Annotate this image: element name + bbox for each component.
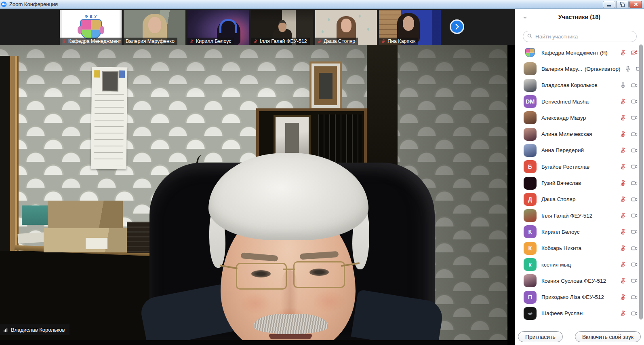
- participants-title: Участники (18): [558, 14, 600, 31]
- mic-on-icon: [619, 82, 627, 89]
- participant-row[interactable]: Ілля Галай ФЕУ-512: [515, 207, 644, 224]
- unmute-button[interactable]: Включить свой звук: [575, 331, 641, 342]
- participant-name: Кирилл Белоус: [541, 229, 580, 235]
- next-videos-button[interactable]: [451, 21, 463, 33]
- muted-mic-icon: [619, 294, 627, 301]
- search-icon: [526, 33, 533, 40]
- participant-row[interactable]: ППриходько Ліза ФЕУ-512: [515, 289, 644, 305]
- participant-name: Ксения Суслова ФЕУ-512: [541, 278, 606, 284]
- restore-button[interactable]: [616, 1, 629, 8]
- participant-row[interactable]: Анна Передерий: [515, 142, 644, 159]
- participant-row[interactable]: Алина Мильчевская: [515, 126, 644, 142]
- thumbnail-name-label: Кирилл Белоус: [187, 38, 234, 45]
- calendar-text-lines: [94, 94, 124, 165]
- meeting-area: ФЕУ Кафедра МенеджментВалерия Маруфенко …: [0, 9, 515, 345]
- invite-button[interactable]: Пригласить: [518, 331, 563, 342]
- video-thumbnail[interactable]: Валерия Маруфенко: [124, 10, 185, 45]
- collapse-panel-button[interactable]: [522, 15, 528, 21]
- calendar-photo: [102, 71, 119, 91]
- participant-avatar: Б: [524, 160, 537, 173]
- muted-mic-icon: [619, 196, 627, 203]
- video-thumbnail[interactable]: Даша Столяр: [315, 10, 377, 45]
- participant-avatar: К: [524, 242, 537, 255]
- muted-mic-icon: [619, 212, 627, 219]
- glasses-lens: [236, 263, 287, 290]
- search-input[interactable]: [523, 31, 637, 42]
- participant-avatar: [524, 144, 537, 157]
- camera-on-icon: [630, 294, 638, 301]
- camera-on-icon: [630, 196, 638, 203]
- close-button[interactable]: [629, 1, 642, 8]
- thumbnail-name-label: Яна Карпюк: [379, 38, 418, 45]
- calendar-decoration: [119, 70, 125, 78]
- muted-mic-icon: [317, 39, 322, 44]
- participant-name: Алина Мильчевская: [541, 131, 592, 137]
- participant-name: Ілля Галай ФЕУ-512: [541, 213, 592, 219]
- speaker-cheek: [239, 292, 271, 315]
- video-filmstrip: ФЕУ Кафедра МенеджментВалерия Маруфенко …: [0, 9, 515, 45]
- camera-on-icon: [630, 131, 638, 138]
- camera-on-icon: [630, 310, 638, 317]
- participant-name: Бугайов Ростислав: [541, 164, 589, 170]
- mic-on-icon: [624, 65, 631, 72]
- camera-on-icon: [630, 277, 638, 284]
- title-bar: Zoom Конференция: [0, 0, 644, 9]
- participant-row[interactable]: ББугайов Ростислав: [515, 159, 644, 175]
- participant-avatar: к: [524, 258, 537, 271]
- camera-on-icon: [630, 228, 638, 235]
- participant-avatar: [524, 79, 537, 92]
- participants-panel: Участники (18) Кафедра Менеджмент (Я) Ва…: [515, 9, 644, 345]
- participant-row[interactable]: ККобзарь Никита: [515, 240, 644, 256]
- video-thumbnail[interactable]: Кирилл Белоус: [187, 10, 249, 45]
- muted-mic-icon: [619, 98, 627, 105]
- participant-row[interactable]: Владислав Корольков: [515, 77, 644, 93]
- thumbnail-strip: ФЕУ Кафедра МенеджментВалерия Маруфенко …: [60, 10, 441, 45]
- panel-footer: Пригласить Включить свой звук: [515, 331, 644, 342]
- participant-row[interactable]: ККирилл Белоус: [515, 224, 644, 240]
- participant-row[interactable]: Ксения Суслова ФЕУ-512: [515, 273, 644, 289]
- camera-on-icon: [630, 163, 638, 170]
- participant-name: ксения мыц: [541, 262, 571, 268]
- participant-name: Валерия Мару...: [541, 66, 582, 72]
- glasses-lens: [293, 261, 345, 288]
- participant-row[interactable]: Валерия Мару...(Организатор): [515, 61, 644, 77]
- picture-frame: [309, 61, 342, 110]
- thumbnail-name-label: Кафедра Менеджмент: [60, 38, 122, 45]
- video-thumbnail[interactable]: Яна Карпюк: [379, 10, 441, 45]
- participant-name: Шафеев Руслан: [541, 310, 583, 316]
- video-thumbnail[interactable]: ФЕУ Кафедра Менеджмент: [60, 10, 122, 45]
- thumbnail-name-label: Ілля Галай ФЕУ-512: [251, 38, 310, 45]
- participant-avatar: [524, 128, 537, 141]
- participant-name: Александр Мазур: [541, 115, 586, 121]
- camera-on-icon: [630, 261, 638, 268]
- participant-name: Владислав Корольков: [541, 82, 598, 88]
- faculty-crest-logo: ФЕУ: [79, 15, 103, 39]
- muted-mic-icon: [619, 114, 627, 121]
- participant-row[interactable]: ДДаша Столяр: [515, 191, 644, 207]
- participant-row[interactable]: Кафедра Менеджмент (Я): [515, 44, 644, 61]
- participants-list: Кафедра Менеджмент (Я) Валерия Мару...(О…: [515, 44, 644, 328]
- participant-avatar: К: [524, 225, 537, 238]
- wall-calendar: [91, 67, 128, 169]
- video-thumbnail[interactable]: Ілля Галай ФЕУ-512: [251, 10, 313, 45]
- participant-role: (Организатор): [585, 66, 621, 72]
- participant-row[interactable]: кксения мыц: [515, 256, 644, 273]
- muted-mic-icon: [619, 245, 627, 252]
- cardboard-box: [22, 205, 49, 225]
- participant-avatar: [524, 177, 537, 190]
- participant-row[interactable]: Александр Мазур: [515, 110, 644, 126]
- participant-avatar: [524, 274, 537, 287]
- participant-avatar: П: [524, 291, 537, 304]
- participant-row[interactable]: DMDerivedmed Masha: [515, 93, 644, 110]
- box-label: [86, 238, 107, 249]
- thumbnail-name-label: Даша Столяр: [315, 38, 358, 45]
- scrollbar[interactable]: [639, 44, 643, 320]
- cardboard-box: [44, 228, 127, 252]
- active-speaker-video: Владислав Корольков: [0, 45, 507, 345]
- participant-row[interactable]: Гузий Вячеслав: [515, 175, 644, 191]
- zoom-app-icon: [1, 1, 7, 7]
- minimize-button[interactable]: [603, 1, 615, 8]
- search-box: [523, 31, 637, 42]
- participant-avatar: [524, 209, 537, 222]
- participant-row[interactable]: Шафеев Руслан: [515, 305, 644, 322]
